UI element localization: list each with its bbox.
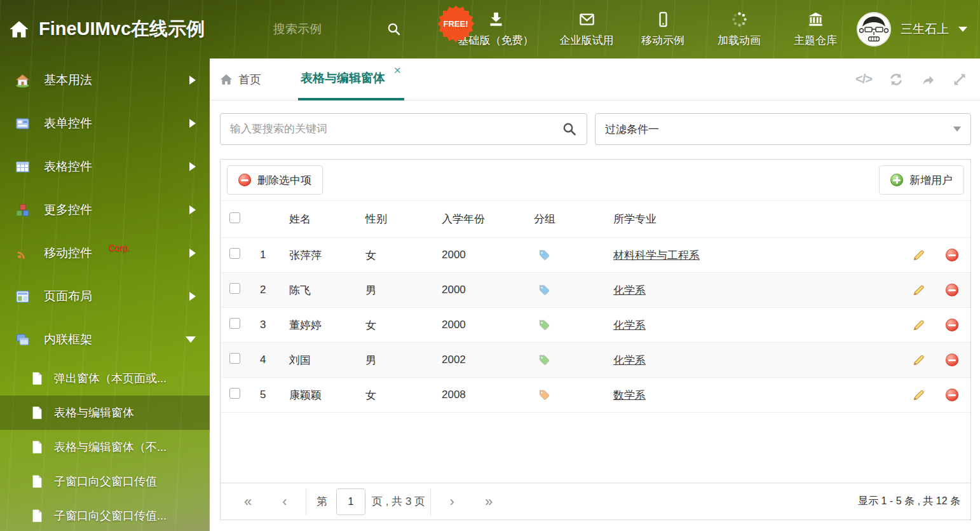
tag-icon (538, 354, 550, 366)
search-icon[interactable] (386, 22, 402, 37)
delete-selected-button[interactable]: 删除选中项 (227, 165, 323, 195)
nav-item-loading-animation[interactable]: 加载动画 (712, 11, 766, 48)
edit-row-button[interactable] (912, 389, 925, 402)
col-header-group[interactable]: 分组 (529, 212, 608, 226)
open-new-window-button[interactable] (920, 72, 936, 87)
search-icon[interactable] (562, 121, 577, 137)
table-row[interactable]: 5 康颖颖 女 2008 数学系 (221, 378, 970, 413)
sidebar-item-basic-usage[interactable]: 基本用法 (0, 59, 210, 102)
edit-row-button[interactable] (912, 354, 925, 367)
delete-row-button[interactable] (946, 319, 958, 331)
source-code-button[interactable]: </> (855, 72, 872, 86)
row-major-link[interactable]: 化学系 (613, 284, 646, 296)
delete-row-button[interactable] (946, 284, 958, 296)
row-checkbox[interactable] (229, 353, 240, 364)
sidebar-subitem-child-to-parent-2[interactable]: 子窗口向父窗口传值... (0, 499, 210, 531)
sidebar-subitem-child-to-parent[interactable]: 子窗口向父窗口传值 (0, 464, 210, 499)
row-name: 陈飞 (284, 283, 360, 298)
delete-row-button[interactable] (946, 249, 958, 261)
row-major-link[interactable]: 化学系 (613, 354, 646, 366)
home-icon (9, 19, 29, 39)
tag-icon (538, 319, 550, 331)
row-index: 1 (255, 249, 284, 261)
pager-last-button[interactable]: » (470, 493, 507, 510)
pagination-bar: « ‹ 第 页 , 共 3 页 › » 显示 1 - 5 条 , 共 12 条 (221, 483, 970, 520)
tab-grid-edit-window[interactable]: 表格与编辑窗体 ✕ (298, 59, 404, 100)
chevron-right-icon (189, 205, 196, 214)
file-icon (31, 440, 43, 454)
file-icon (31, 406, 43, 420)
row-name: 张萍萍 (284, 248, 360, 263)
row-index: 4 (255, 354, 284, 366)
table-row[interactable]: 1 张萍萍 女 2000 材料科学与工程系 (221, 238, 970, 273)
nav-item-basic-edition[interactable]: 基础版（免费） (454, 11, 538, 48)
table-row[interactable]: 3 董婷婷 女 2000 化学系 (221, 308, 970, 343)
minus-circle-icon (238, 174, 251, 186)
pager-next-button[interactable]: › (433, 493, 470, 510)
col-header-gender[interactable]: 性别 (360, 212, 437, 226)
header-search-input[interactable] (273, 22, 369, 36)
sidebar: 基本用法 表单控件 表格控件 更多控件 移动控件 Corp. 页面布局 内联框架… (0, 59, 210, 531)
col-header-year[interactable]: 入学年份 (437, 212, 529, 226)
refresh-button[interactable] (888, 72, 904, 87)
row-index: 2 (255, 284, 284, 296)
sidebar-subitem-grid-edit-window-2[interactable]: 表格与编辑窗体（不... (0, 430, 210, 464)
row-checkbox[interactable] (229, 283, 240, 294)
row-gender: 女 (360, 388, 437, 403)
table-row[interactable]: 4 刘国 男 2002 化学系 (221, 343, 970, 378)
col-header-major[interactable]: 所学专业 (608, 212, 903, 226)
row-major-link[interactable]: 数学系 (613, 389, 646, 401)
page-prefix: 第 (316, 494, 327, 509)
row-checkbox[interactable] (229, 318, 240, 329)
expand-icon (952, 72, 967, 87)
row-major-link[interactable]: 化学系 (613, 319, 646, 331)
sidebar-subitem-popup-window[interactable]: 弹出窗体（本页面或... (0, 361, 210, 396)
select-all-checkbox[interactable] (229, 212, 240, 223)
edit-row-button[interactable] (912, 319, 925, 332)
row-checkbox[interactable] (229, 388, 240, 399)
sidebar-item-grid-controls[interactable]: 表格控件 (0, 145, 210, 188)
edit-row-button[interactable] (912, 249, 925, 262)
delete-row-button[interactable] (946, 354, 958, 366)
tag-icon (538, 249, 550, 261)
close-icon[interactable]: ✕ (393, 65, 402, 76)
pencil-icon (912, 319, 925, 332)
page-number-input[interactable] (336, 488, 365, 515)
sidebar-item-iframe[interactable]: 内联框架 (0, 318, 210, 361)
tab-home[interactable]: 首页 (220, 59, 261, 100)
sidebar-item-page-layout[interactable]: 页面布局 (0, 275, 210, 318)
pencil-icon (912, 354, 925, 367)
pager-first-button[interactable]: « (229, 493, 266, 510)
row-major-link[interactable]: 材料科学与工程系 (613, 249, 700, 261)
add-user-button[interactable]: 新增用户 (879, 165, 964, 195)
row-checkbox[interactable] (229, 248, 240, 259)
plus-circle-icon (890, 174, 903, 186)
delete-row-button[interactable] (946, 389, 958, 401)
forward-icon (920, 72, 936, 87)
col-header-name[interactable]: 姓名 (284, 212, 360, 226)
pager-prev-button[interactable]: ‹ (266, 493, 303, 510)
edit-row-button[interactable] (912, 284, 925, 297)
app-logo[interactable]: FineUIMvc在线示例 (9, 0, 205, 59)
corp-badge: Corp. (109, 243, 130, 253)
sidebar-item-more-controls[interactable]: 更多控件 (0, 188, 210, 231)
sidebar-item-mobile-controls[interactable]: 移动控件 Corp. (0, 231, 210, 275)
refresh-icon (888, 72, 904, 87)
keyword-search-box (220, 113, 587, 145)
sidebar-subitem-grid-edit-window[interactable]: 表格与编辑窗体 (0, 396, 210, 430)
nav-item-enterprise-trial[interactable]: 企业版试用 (559, 11, 614, 48)
row-year: 2000 (437, 284, 529, 296)
sidebar-item-form-controls[interactable]: 表单控件 (0, 102, 210, 145)
user-menu[interactable]: 三生石上 (857, 0, 967, 59)
nav-item-theme-repo[interactable]: 主题仓库 (788, 11, 843, 48)
table-row[interactable]: 2 陈飞 男 2000 化学系 (221, 273, 970, 308)
filter-dropdown[interactable]: 过滤条件一 (595, 113, 971, 145)
fullscreen-button[interactable] (952, 72, 967, 87)
nav-item-mobile-demo[interactable]: 移动示例 (636, 11, 690, 48)
header-search (273, 0, 402, 59)
row-year: 2000 (437, 319, 529, 331)
chevron-down-icon (953, 127, 961, 132)
row-name: 康颖颖 (284, 388, 360, 403)
keyword-search-input[interactable] (230, 123, 562, 135)
row-year: 2002 (437, 354, 529, 366)
